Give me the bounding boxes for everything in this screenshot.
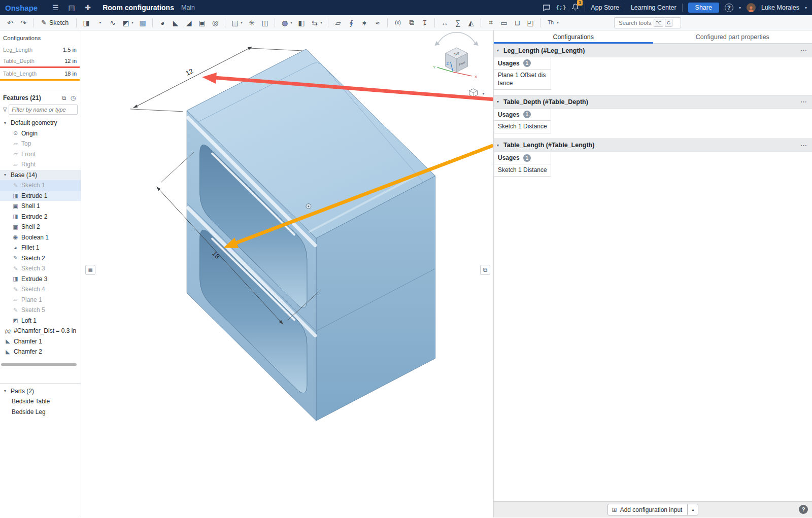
share-button[interactable]: Share [688, 3, 719, 13]
feature-item[interactable]: ✎Sketch 4 [0, 284, 81, 295]
fillet-icon[interactable]: ◕ [156, 19, 168, 27]
perspective-menu[interactable]: ▾ [469, 89, 485, 97]
sketch-button[interactable]: ✎ Sketch [37, 18, 73, 27]
usage-detail-cell[interactable]: Sketch 1 Distance [494, 164, 551, 177]
comments-icon[interactable] [543, 4, 551, 12]
derived-icon[interactable]: ⧉ [405, 18, 418, 27]
mass-properties-icon[interactable]: ∑ [452, 19, 464, 27]
model-viewport[interactable]: 12 18 Top Front Y Z [81, 30, 493, 517]
config-section-header[interactable]: ▾ Table_Depth (#Table_Depth) ⋯ [494, 95, 812, 109]
feature-options-icon[interactable]: ⧉ [59, 94, 69, 101]
feature-filter-input[interactable] [9, 105, 78, 115]
config-var-table-depth[interactable]: Table_Depth 12 in [0, 55, 81, 66]
hamburger-menu-icon[interactable]: ☰ [50, 0, 61, 15]
feature-item[interactable]: ◩Loft 1 [0, 316, 81, 326]
chevron-down-icon[interactable]: ▾ [497, 143, 503, 148]
panel-toggle-button[interactable]: ⧉ [480, 265, 490, 275]
chevron-down-icon[interactable]: ▾ [131, 21, 136, 25]
feature-item[interactable]: ✎Sketch 5 [0, 305, 81, 316]
feature-list-toggle-button[interactable]: ≣ [85, 265, 95, 275]
chevron-up-icon[interactable]: ▴ [688, 507, 698, 512]
feature-item[interactable]: ◨Extrude 1 [0, 191, 81, 201]
redo-icon[interactable]: ↷ [17, 19, 29, 27]
draft-icon[interactable]: ◢ [183, 19, 195, 27]
helix-icon[interactable]: ∮ [345, 19, 357, 27]
part-item[interactable]: Bedside Leg [0, 407, 81, 418]
history-icon[interactable]: ◷ [69, 94, 78, 101]
boolean-icon[interactable]: ◍ [279, 19, 291, 27]
config-var-table-length[interactable]: Table_Length 18 in [0, 68, 81, 79]
feature-item[interactable]: ◣Chamfer 1 [0, 336, 81, 347]
mate-connector-icon[interactable] [306, 204, 311, 209]
config-var-leg-length[interactable]: Leg_Length 1.5 in [0, 44, 81, 55]
help-menu-icon[interactable]: ? [725, 4, 733, 12]
search-tools-box[interactable]: ⌥ C [614, 17, 681, 28]
section-menu-icon[interactable]: ⋯ [800, 98, 807, 106]
config-section-header[interactable]: ▾ Leg_Length (#Leg_Length) ⋯ [494, 44, 812, 57]
feature-item[interactable]: ◕Fillet 1 [0, 243, 81, 253]
3d-scene[interactable]: 12 18 Top Front Y Z [81, 30, 493, 517]
parts-group-header[interactable]: ▾Parts (2) [0, 386, 81, 397]
chevron-down-icon[interactable]: ▾ [497, 48, 503, 53]
feature-group-base[interactable]: ▾Base (14) [0, 170, 81, 181]
chevron-down-icon[interactable]: ▾ [4, 389, 11, 393]
feature-item[interactable]: ▱Top [0, 139, 81, 149]
feature-item[interactable]: ▱Right [0, 159, 81, 170]
notifications-bell-icon[interactable]: 1 [571, 3, 579, 13]
usage-detail-cell[interactable]: Sketch 1 Distance [494, 121, 551, 133]
user-name[interactable]: Luke Morales [761, 4, 799, 11]
text-tool-icon[interactable]: Th [544, 20, 557, 25]
chevron-down-icon[interactable]: ▾ [4, 121, 11, 125]
point-icon[interactable]: ∗ [358, 19, 370, 27]
extrude-icon[interactable]: ◨ [80, 19, 92, 27]
chevron-down-icon[interactable]: ▾ [290, 21, 294, 25]
document-list-icon[interactable]: ▤ [66, 0, 77, 15]
feature-item[interactable]: ◉Boolean 1 [0, 232, 81, 243]
transform-icon[interactable]: ⇆ [309, 19, 321, 27]
featurescript-icon[interactable]: {;} [556, 5, 566, 11]
shell-icon[interactable]: ▣ [196, 19, 208, 27]
feature-item[interactable]: ✎Sketch 3 [0, 263, 81, 274]
feature-item[interactable]: ◨Extrude 3 [0, 274, 81, 285]
feature-item[interactable]: ◣Chamfer 2 [0, 347, 81, 357]
tab-configurations[interactable]: Configurations [494, 30, 653, 43]
chevron-down-icon[interactable]: ▾ [557, 21, 561, 25]
flange-icon[interactable]: ▭ [498, 19, 510, 27]
app-store-link[interactable]: App Store [591, 4, 619, 11]
onshape-logo[interactable]: Onshape [5, 4, 38, 12]
feature-item[interactable]: ▣Shell 1 [0, 201, 81, 212]
variable-icon[interactable]: (x) [391, 20, 404, 25]
feature-item[interactable]: ⊙Origin [0, 128, 81, 139]
feature-item[interactable]: ▱Plane 1 [0, 295, 81, 305]
feature-item[interactable]: ✎Sketch 2 [0, 253, 81, 264]
feature-group-default-geometry[interactable]: ▾Default geometry [0, 118, 81, 128]
avatar[interactable] [747, 3, 756, 12]
undo-icon[interactable]: ↶ [4, 19, 16, 27]
insert-element-icon[interactable]: ✚ [82, 0, 93, 15]
section-view-icon[interactable]: ◭ [465, 19, 477, 27]
sweep-icon[interactable]: ∿ [107, 19, 119, 27]
section-menu-icon[interactable]: ⋯ [800, 47, 807, 54]
chamfer-icon[interactable]: ◣ [170, 19, 182, 27]
curve-icon[interactable]: ≈ [371, 19, 384, 27]
bedside-table-model[interactable] [187, 49, 435, 421]
chevron-down-icon[interactable]: ▾ [4, 172, 11, 177]
sheet-metal-icon[interactable]: ⌗ [485, 18, 497, 27]
part-item[interactable]: Bedside Table [0, 396, 81, 407]
frame-icon[interactable]: ◰ [524, 19, 536, 27]
plane-icon[interactable]: ▱ [332, 19, 344, 27]
horizontal-scrollbar[interactable] [1, 363, 77, 366]
thicken-icon[interactable]: ▥ [137, 19, 149, 27]
mirror-icon[interactable]: ◫ [259, 19, 271, 27]
feature-item[interactable]: ▣Shell 2 [0, 222, 81, 232]
measure-icon[interactable]: ↔ [438, 19, 451, 27]
usage-detail-cell[interactable]: Plane 1 Offset distance [494, 70, 551, 90]
workspace-name[interactable]: Main [181, 4, 195, 11]
import-icon[interactable]: ↧ [419, 19, 431, 27]
loft-icon[interactable]: ◩ [120, 19, 132, 27]
search-tools-input[interactable] [619, 20, 652, 26]
revolve-icon[interactable]: ◔ [93, 19, 106, 27]
hole-icon[interactable]: ◎ [209, 19, 221, 27]
linear-pattern-icon[interactable]: ▤ [229, 19, 241, 27]
learning-center-link[interactable]: Learning Center [631, 4, 676, 11]
